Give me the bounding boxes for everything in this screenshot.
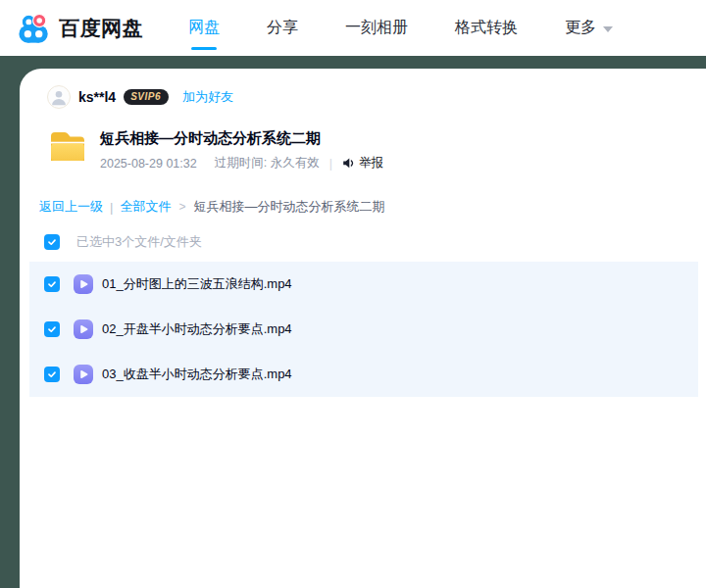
active-tab-underline <box>191 47 217 50</box>
video-file-icon <box>74 319 93 339</box>
file-name[interactable]: 02_开盘半小时动态分析要点.mp4 <box>102 320 292 338</box>
add-friend-link[interactable]: 加为好友 <box>182 88 233 106</box>
report-label: 举报 <box>359 155 383 172</box>
top-navbar: 百度网盘 网盘 分享 一刻相册 格式转换 更多 <box>0 0 706 56</box>
share-content-card: ks**l4 SVIP6 加为好友 <box>20 69 706 588</box>
baidu-netdisk-logo-icon <box>18 12 51 45</box>
page-background: ks**l4 SVIP6 加为好友 <box>0 56 706 588</box>
select-all-checkbox[interactable] <box>44 234 60 250</box>
chevron-down-icon <box>603 26 613 32</box>
nav-tab-netdisk[interactable]: 网盘 <box>165 0 243 56</box>
breadcrumb-all-files-link[interactable]: 全部文件 <box>120 198 171 216</box>
expire-time: 过期时间: 永久有效 <box>215 155 320 172</box>
file-row[interactable]: 03_收盘半小时动态分析要点.mp4 <box>29 352 698 397</box>
file-list: 01_分时图上的三波五浪结构.mp4 02_开盘半小时动态分析要点.mp4 <box>20 262 706 397</box>
check-icon <box>46 368 58 380</box>
file-name[interactable]: 01_分时图上的三波五浪结构.mp4 <box>102 275 292 293</box>
breadcrumb-arrow: > <box>178 200 185 214</box>
check-icon <box>46 323 58 335</box>
file-checkbox[interactable] <box>44 276 60 292</box>
video-file-icon <box>74 274 93 294</box>
brand[interactable]: 百度网盘 <box>18 12 143 45</box>
breadcrumb-back-link[interactable]: 返回上一级 <box>39 198 103 216</box>
selection-summary-row: 已选中3个文件/文件夹 <box>44 233 706 251</box>
nav-tab-photos[interactable]: 一刻相册 <box>322 0 431 56</box>
nav-tab-more[interactable]: 更多 <box>541 0 636 56</box>
nav-tab-label: 格式转换 <box>455 18 518 38</box>
nav-tab-label: 分享 <box>267 18 298 38</box>
selection-count-label: 已选中3个文件/文件夹 <box>76 233 202 251</box>
breadcrumb-current-folder: 短兵相接—分时动态分析系统二期 <box>193 198 384 216</box>
nav-tab-label: 一刻相册 <box>345 18 408 38</box>
main-nav: 网盘 分享 一刻相册 格式转换 更多 <box>165 0 636 56</box>
share-folder-info: 短兵相接—分时动态分析系统二期 2025-08-29 01:32 过期时间: 永… <box>100 128 383 172</box>
report-button[interactable]: 举报 <box>342 155 383 172</box>
sharer-info-row: ks**l4 SVIP6 加为好友 <box>20 69 706 109</box>
check-icon <box>46 278 58 290</box>
nav-tab-label: 更多 <box>565 18 596 38</box>
svip-badge: SVIP6 <box>124 89 169 105</box>
share-title: 短兵相接—分时动态分析系统二期 <box>100 128 383 148</box>
brand-title: 百度网盘 <box>59 15 143 42</box>
report-horn-icon <box>342 157 355 170</box>
nav-tab-label: 网盘 <box>188 18 220 38</box>
file-checkbox[interactable] <box>44 367 60 382</box>
check-icon <box>46 236 58 248</box>
meta-separator: | <box>329 157 332 171</box>
share-date: 2025-08-29 01:32 <box>100 157 197 171</box>
file-row[interactable]: 02_开盘半小时动态分析要点.mp4 <box>29 307 698 352</box>
share-folder-header: 短兵相接—分时动态分析系统二期 2025-08-29 01:32 过期时间: 永… <box>47 128 706 172</box>
file-row[interactable]: 01_分时图上的三波五浪结构.mp4 <box>29 262 698 307</box>
breadcrumb: 返回上一级 | 全部文件 > 短兵相接—分时动态分析系统二期 <box>39 198 706 216</box>
breadcrumb-separator: | <box>110 200 113 215</box>
nav-tab-share[interactable]: 分享 <box>243 0 322 56</box>
file-checkbox[interactable] <box>44 321 60 337</box>
file-name[interactable]: 03_收盘半小时动态分析要点.mp4 <box>102 366 292 383</box>
nav-tab-format-convert[interactable]: 格式转换 <box>431 0 541 56</box>
avatar <box>47 85 71 109</box>
share-meta-line: 2025-08-29 01:32 过期时间: 永久有效 | 举报 <box>100 155 383 172</box>
sharer-username: ks**l4 <box>78 89 116 105</box>
folder-icon <box>47 128 88 166</box>
video-file-icon <box>74 365 93 384</box>
